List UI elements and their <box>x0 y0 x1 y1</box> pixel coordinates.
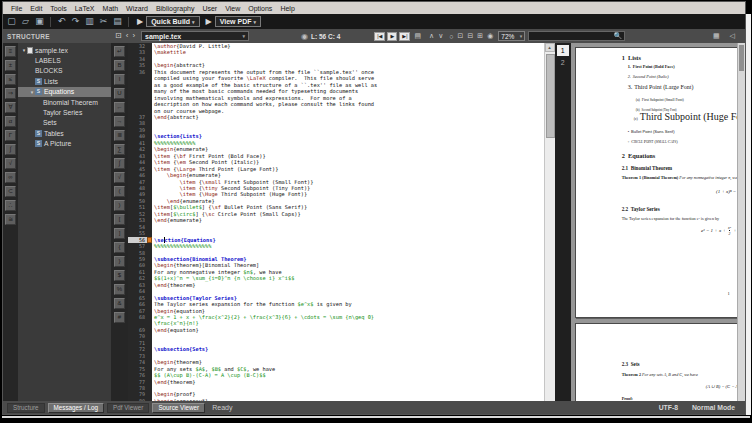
menu-edit[interactable]: Edit <box>26 4 46 13</box>
math-tool-icon-4[interactable]: U <box>114 88 125 99</box>
panel-toggle-source-viewer[interactable]: Source Viewer <box>152 403 205 413</box>
page-list-item-1[interactable]: 1 <box>557 45 569 56</box>
menu-help[interactable]: Help <box>276 4 298 13</box>
math-tool-icon-13[interactable]: [ <box>114 214 125 225</box>
panel-tab-icon-9[interactable]: √ <box>5 158 16 169</box>
tree-item-sets[interactable]: Sets <box>18 118 111 128</box>
math-tool-icon-8[interactable]: ∑ <box>114 144 125 155</box>
tree-item-equations[interactable]: ▾SEquations <box>18 87 111 97</box>
tree-item-blocks[interactable]: BLOCKS <box>18 66 111 76</box>
undo-icon[interactable]: ↶ <box>56 17 67 26</box>
math-tool-icon-10[interactable]: √ <box>114 172 125 183</box>
next-page-icon[interactable]: ∨ <box>438 32 443 40</box>
math-tool-icon-20[interactable]: # <box>114 312 125 323</box>
panel-tab-icon-5[interactable]: ∀ <box>5 102 16 113</box>
tree-item-labels[interactable]: LABELS <box>18 55 111 65</box>
editor-scrollbar-thumb[interactable] <box>546 54 555 138</box>
math-tool-icon-15[interactable]: { <box>114 242 125 253</box>
fit-width-icon[interactable]: ⊡ <box>458 32 464 40</box>
redo-icon[interactable]: ↷ <box>70 17 81 26</box>
tree-item-taylor-series[interactable]: Taylor Series <box>18 107 111 117</box>
scroll-up-icon[interactable]: ▴ <box>545 43 555 52</box>
zoom-in-icon[interactable]: ⊞ <box>477 32 483 40</box>
menu-options[interactable]: Options <box>244 4 276 13</box>
continuous-mode-icon[interactable]: ▤ <box>414 32 421 40</box>
source-editor[interactable]: 32\author{David P. Little}33\maketitle34… <box>128 43 544 401</box>
next-document-icon[interactable]: › <box>132 32 135 40</box>
tree-item-binomial-theorem[interactable]: Binomial Theorem <box>18 97 111 107</box>
open-file-icon[interactable]: ▱ <box>20 17 31 26</box>
paste-icon[interactable]: ▤ <box>112 17 123 26</box>
previous-page-icon[interactable]: ∧ <box>429 32 434 40</box>
menu-file[interactable]: File <box>7 4 26 13</box>
panel-tab-icon-10[interactable]: ∞ <box>5 172 16 183</box>
copy-icon[interactable]: ▥ <box>84 17 95 26</box>
pdf-scrollbar-thumb[interactable] <box>739 45 744 71</box>
presentation-mode-icon[interactable]: ◉ <box>487 32 493 40</box>
quick-build-run-icon[interactable]: ▶ <box>137 17 143 26</box>
math-tool-icon-17[interactable]: $ <box>114 270 125 281</box>
math-tool-icon-14[interactable]: ] <box>114 228 125 239</box>
math-tool-icon-9[interactable]: ∫ <box>114 158 125 169</box>
print-icon[interactable]: ▦ <box>713 32 720 40</box>
math-tool-icon-5[interactable]: ← <box>114 102 125 113</box>
previous-document-icon[interactable]: ‹ <box>126 32 129 40</box>
math-tool-icon-1[interactable]: ↵ <box>114 46 125 57</box>
pdf-search-input[interactable]: 🔍 <box>528 31 625 41</box>
panel-toggle-structure[interactable]: Structure <box>7 403 45 413</box>
external-viewer-icon[interactable]: ◁ <box>730 32 735 40</box>
panel-tab-icon-3[interactable]: ≤ <box>5 74 16 85</box>
math-tool-icon-3[interactable]: I <box>114 74 125 85</box>
view-pdf-selector[interactable]: View PDF ▾ <box>215 16 261 27</box>
fit-page-icon[interactable]: ⊟ <box>467 32 473 40</box>
menu-user[interactable]: User <box>198 4 221 13</box>
math-tool-icon-11[interactable]: ( <box>114 186 125 197</box>
tree-item-sample.tex[interactable]: ▾sample.tex <box>18 45 111 55</box>
tree-item-lists[interactable]: SLists <box>18 76 111 86</box>
quick-build-selector[interactable]: Quick Build ▾ <box>146 16 199 27</box>
panel-tab-icon-7[interactable]: Γ <box>5 130 16 141</box>
panel-tab-icon-13[interactable]: ≅ <box>5 214 16 225</box>
view-pdf-run-icon[interactable]: ▶ <box>206 17 212 26</box>
save-file-icon[interactable]: ▣ <box>34 17 45 26</box>
page-list-item-2[interactable]: 2 <box>557 57 569 68</box>
tree-item-tables[interactable]: STables <box>18 128 111 138</box>
panel-toggle-pdf-viewer[interactable]: Pdf Viewer <box>107 403 149 413</box>
panel-tab-icon-6[interactable]: α <box>5 116 16 127</box>
math-tool-icon-7[interactable]: ≣ <box>114 130 125 141</box>
math-tool-icon-19[interactable]: & <box>114 298 125 309</box>
menu-view[interactable]: View <box>221 4 244 13</box>
panel-tab-icon-2[interactable]: ± <box>5 60 16 71</box>
sync-view-icon[interactable]: ⊡ <box>115 32 122 40</box>
panel-tab-icon-8[interactable]: ∫ <box>5 144 16 155</box>
zoom-level-selector[interactable]: 72% ▾ <box>498 31 525 41</box>
next-page-icon[interactable]: ▶ <box>387 32 397 41</box>
first-page-icon[interactable]: |◀ <box>374 32 385 41</box>
new-file-icon[interactable]: ▢ <box>6 17 17 26</box>
tree-item-label: Tables <box>44 130 64 137</box>
math-tool-icon-2[interactable]: B <box>114 60 125 71</box>
menu-latex[interactable]: LaTeX <box>71 4 99 13</box>
math-tool-icon-16[interactable]: } <box>114 256 125 267</box>
original-size-icon[interactable]: ○ <box>449 33 453 40</box>
open-file-selector[interactable]: sample.tex ▾ <box>141 31 249 41</box>
panel-toggle-messages-log[interactable]: Messages / Log <box>48 403 104 413</box>
panel-tab-icon-11[interactable]: ⊂ <box>5 186 16 197</box>
tree-item-a-picture[interactable]: SA Picture <box>18 139 111 149</box>
math-tool-icon-6[interactable]: → <box>114 116 125 127</box>
math-tool-icon-12[interactable]: ) <box>114 200 125 211</box>
menu-bibliography[interactable]: Bibliography <box>152 4 199 13</box>
math-tool-icon-18[interactable]: % <box>114 284 125 295</box>
editor-scrollbar[interactable]: ▴ <box>544 43 555 401</box>
last-page-icon[interactable]: ▶| <box>399 32 410 41</box>
menu-tools[interactable]: Tools <box>46 4 70 13</box>
panel-tab-icon-1[interactable]: ≡ <box>5 46 16 57</box>
pdf-scrollbar[interactable] <box>737 43 745 401</box>
pdf-viewer[interactable]: 1 Lists 1.First Point (Bold Face)2.Secon… <box>571 43 737 401</box>
section-title: Lists <box>628 54 641 61</box>
panel-tab-icon-12[interactable]: ∴ <box>5 200 16 211</box>
cut-icon[interactable]: ✂ <box>98 17 109 26</box>
panel-tab-icon-4[interactable]: ⇒ <box>5 88 16 99</box>
menu-math[interactable]: Math <box>99 4 123 13</box>
menu-wizard[interactable]: Wizard <box>122 4 152 13</box>
